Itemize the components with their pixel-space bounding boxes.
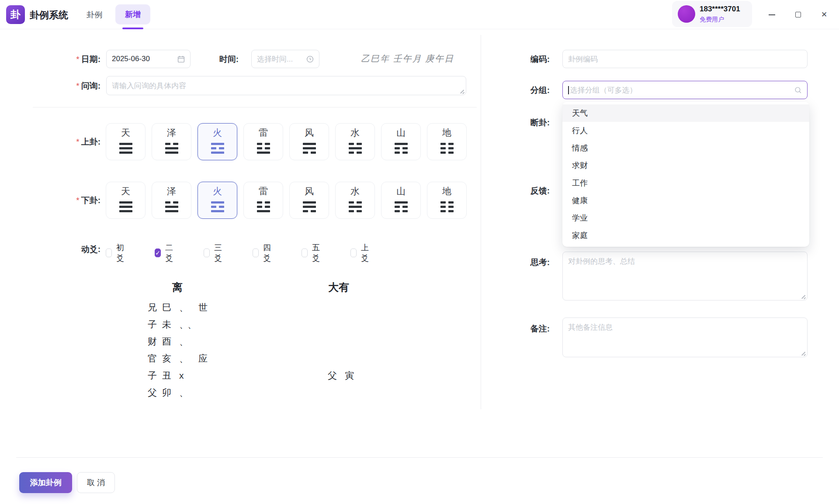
checkbox-icon[interactable] (253, 249, 259, 257)
moving-lines-label: 动爻: (44, 244, 101, 255)
column-divider (481, 35, 481, 409)
checkbox-icon[interactable] (106, 249, 112, 257)
yang-line-icon (303, 206, 316, 208)
yang-line-icon (303, 147, 316, 149)
upper-trigram-5-button[interactable]: 风 (289, 123, 329, 160)
lower-trigram-4-button[interactable]: 雷 (243, 182, 283, 219)
trigram-name: 火 (213, 127, 222, 138)
add-case-button[interactable]: 添加卦例 (19, 472, 72, 493)
app-logo-icon: 卦 (6, 5, 25, 24)
user-card[interactable]: 183****3701 免费用户 (672, 1, 752, 27)
time-input[interactable]: 选择时间... (251, 50, 319, 68)
checkbox-label: 二爻 (165, 242, 176, 263)
time-placeholder: 选择时间... (257, 54, 306, 64)
yin-line-icon (211, 147, 224, 149)
required-asterisk: * (76, 196, 79, 205)
hexagram-line-row-6: 兄巳、世 (148, 299, 375, 316)
group-option-3[interactable]: 情感 (562, 139, 809, 157)
yin-line-icon (440, 201, 454, 204)
group-option-8[interactable]: 家庭 (562, 227, 809, 244)
cancel-button[interactable]: 取 消 (77, 472, 115, 493)
trigram-name: 天 (121, 127, 130, 138)
lower-trigram-3-button[interactable]: 火 (198, 182, 237, 219)
moving-line-option-3[interactable]: 三爻 (204, 242, 225, 263)
upper-trigram-1-button[interactable]: 天 (106, 123, 146, 160)
resize-handle-icon[interactable] (800, 293, 806, 299)
moving-line-option-5[interactable]: 五爻 (302, 242, 322, 263)
window-minimize-button[interactable] (763, 0, 780, 29)
time-label: 时间: (195, 54, 239, 65)
user-phone: 183****3701 (700, 5, 740, 14)
moving-line-option-4[interactable]: 四爻 (253, 242, 274, 263)
lower-trigram-7-button[interactable]: 山 (381, 182, 421, 219)
window-close-button[interactable]: ✕ (815, 0, 833, 29)
yin-line-icon (395, 210, 408, 212)
date-input[interactable]: 2025-06-30 (106, 50, 191, 68)
group-option-2[interactable]: 行人 (562, 122, 809, 139)
moving-line-option-2[interactable]: ✓二爻 (155, 242, 176, 263)
line-mark: 、 (179, 301, 198, 314)
yin-line-icon (165, 143, 178, 145)
hexagram-lines-display: 兄巳、世子未、、财酉、官亥、应子丑x父寅父卯、 (148, 299, 375, 401)
required-asterisk: * (76, 81, 79, 90)
resize-handle-icon[interactable] (459, 88, 465, 93)
lower-trigram-selector: 天泽火雷风水山地 (106, 182, 468, 219)
tab-case-list[interactable]: 卦例 (87, 10, 102, 20)
lower-trigram-8-button[interactable]: 地 (427, 182, 467, 219)
inquiry-label: *问询: (44, 80, 101, 92)
trigram-name: 水 (350, 186, 360, 197)
inquiry-textarea[interactable]: 请输入问询的具体内容 (106, 76, 466, 95)
user-plan-badge: 免费用户 (700, 16, 724, 24)
thoughts-textarea[interactable]: 对卦例的思考、总结 (562, 252, 808, 300)
group-select-input[interactable]: 选择分组（可多选） (562, 81, 808, 99)
group-option-1[interactable]: 天气 (562, 104, 809, 122)
line-mark: 、 (179, 352, 198, 365)
six-relation: 财 (148, 335, 162, 348)
group-option-5[interactable]: 工作 (562, 174, 809, 192)
resize-handle-icon[interactable] (800, 350, 806, 356)
upper-trigram-2-button[interactable]: 泽 (152, 123, 191, 160)
yang-line-icon (349, 147, 362, 149)
line-mark: x (179, 370, 198, 381)
upper-trigram-4-button[interactable]: 雷 (243, 123, 283, 160)
upper-trigram-8-button[interactable]: 地 (427, 123, 467, 160)
hexagram-line-row-3: 官亥、应 (148, 350, 375, 367)
checkbox-icon[interactable] (302, 249, 308, 257)
yang-line-icon (211, 143, 224, 145)
maximize-icon (795, 12, 801, 17)
trigram-name: 天 (121, 186, 130, 197)
upper-trigram-3-button[interactable]: 火 (198, 123, 237, 160)
yin-line-icon (395, 206, 408, 208)
moving-line-option-6[interactable]: 上爻 (350, 242, 371, 263)
lower-trigram-6-button[interactable]: 水 (335, 182, 375, 219)
yin-line-icon (440, 210, 454, 212)
checkbox-icon[interactable] (350, 249, 357, 257)
six-relation: 父 (148, 387, 162, 399)
tab-add-new[interactable]: 新增 (115, 4, 150, 24)
yin-line-icon (349, 201, 362, 204)
earthly-branch: 卯 (162, 387, 179, 399)
active-tab-indicator (122, 28, 143, 29)
upper-trigram-6-button[interactable]: 水 (335, 123, 375, 160)
lower-trigram-1-button[interactable]: 天 (106, 182, 146, 219)
group-option-6[interactable]: 健康 (562, 192, 809, 209)
earthly-branch: 巳 (162, 301, 179, 314)
checkbox-checked-icon[interactable]: ✓ (155, 249, 161, 257)
checkbox-icon[interactable] (204, 249, 210, 257)
lower-trigram-2-button[interactable]: 泽 (152, 182, 191, 219)
yin-line-icon (349, 210, 362, 212)
upper-trigram-7-button[interactable]: 山 (381, 123, 421, 160)
notes-textarea[interactable]: 其他备注信息 (562, 318, 808, 357)
lower-trigram-5-button[interactable]: 风 (289, 182, 329, 219)
yang-line-icon (395, 143, 408, 145)
window-maximize-button[interactable] (789, 0, 807, 29)
group-option-7[interactable]: 学业 (562, 209, 809, 227)
code-input[interactable]: 卦例编码 (562, 50, 808, 68)
search-icon (794, 86, 802, 94)
group-option-4[interactable]: 求财 (562, 157, 809, 174)
yin-line-icon (440, 143, 454, 145)
moving-line-option-1[interactable]: 初爻 (106, 242, 127, 263)
line-mark: 、 (179, 335, 198, 348)
thoughts-placeholder: 对卦例的思考、总结 (568, 257, 635, 266)
earthly-branch: 亥 (162, 352, 179, 365)
